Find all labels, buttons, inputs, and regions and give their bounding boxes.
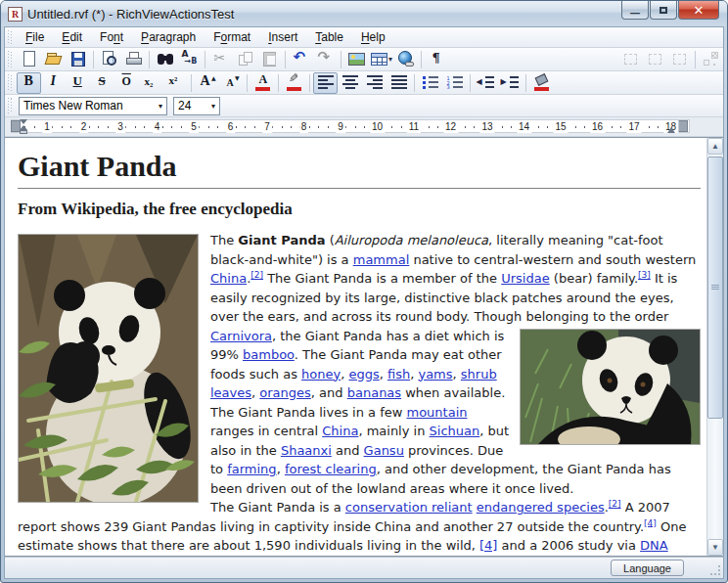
dropdown-arrow-icon[interactable]: ▾: [207, 102, 219, 111]
menu-font[interactable]: Font: [91, 28, 132, 46]
wiki-link[interactable]: Carnivora: [210, 329, 272, 343]
left-indent-marker[interactable]: [20, 130, 27, 134]
replace-button[interactable]: [177, 49, 202, 70]
wiki-link[interactable]: China: [210, 271, 247, 286]
wiki-link[interactable]: mammal: [353, 252, 410, 267]
title-bar[interactable]: R Untitled.rvf (*) - RichViewActionsTest…: [1, 1, 727, 26]
scroll-up-button[interactable]: ▲: [707, 138, 723, 155]
align-right-icon: [365, 73, 385, 92]
toolbar-grip[interactable]: [8, 74, 12, 90]
wiki-link[interactable]: oranges: [259, 385, 311, 400]
right-indent-marker[interactable]: [667, 123, 675, 133]
numbering-button[interactable]: [442, 72, 467, 94]
text-run: (: [326, 233, 335, 247]
align-center-button[interactable]: [338, 72, 362, 94]
menu-format[interactable]: Format: [205, 28, 259, 46]
overline-button[interactable]: [114, 72, 139, 94]
wiki-link[interactable]: fish: [387, 367, 410, 381]
wiki-link[interactable]: honey: [301, 367, 341, 381]
toolbar-grip[interactable]: [8, 98, 12, 112]
insert-picture-button[interactable]: [344, 49, 369, 70]
wiki-link[interactable]: bamboo: [243, 347, 295, 362]
minimize-button[interactable]: —: [621, 1, 649, 20]
open-button[interactable]: [41, 49, 66, 70]
strikethrough-button[interactable]: [90, 72, 114, 94]
menu-insert[interactable]: Insert: [259, 28, 306, 46]
dropdown-arrow-icon[interactable]: ▾: [155, 102, 166, 111]
wiki-link[interactable]: farming: [227, 462, 276, 476]
ref-link[interactable]: [4]: [644, 517, 657, 527]
resize-grip-icon[interactable]: [709, 564, 721, 576]
print-preview-button[interactable]: [97, 49, 121, 70]
align-left-button[interactable]: [313, 72, 338, 94]
toolbar-grip[interactable]: [8, 30, 12, 44]
insert-hyperlink-button[interactable]: [393, 49, 418, 70]
print-button[interactable]: [121, 49, 146, 70]
wiki-link[interactable]: Sichuan: [430, 424, 480, 438]
ruler-number: 4: [153, 120, 162, 133]
wiki-link[interactable]: DNA: [640, 538, 668, 553]
italic-button[interactable]: [41, 72, 66, 94]
underline-button[interactable]: [66, 72, 90, 94]
menu-table[interactable]: Table: [306, 28, 352, 46]
increase-indent-button[interactable]: [498, 72, 523, 94]
find-button[interactable]: [153, 49, 177, 70]
wiki-link[interactable]: eggs: [348, 367, 379, 381]
scroll-down-button[interactable]: ▼: [707, 539, 723, 556]
scrollbar-thumb[interactable]: [707, 157, 723, 419]
toolbar-grip[interactable]: [8, 51, 12, 67]
ref-link[interactable]: [3]: [638, 270, 651, 280]
ref-link[interactable]: [2]: [609, 499, 621, 509]
menu-file[interactable]: File: [17, 28, 53, 46]
grow-font-button[interactable]: [195, 72, 219, 94]
menu-edit[interactable]: Edit: [53, 28, 91, 46]
font-size-select[interactable]: 24 ▾: [173, 97, 220, 115]
formatting-marks-button[interactable]: [425, 49, 449, 70]
bullets-button[interactable]: [418, 72, 442, 94]
subscript-button[interactable]: [139, 72, 163, 94]
fill-color-button[interactable]: [529, 72, 554, 94]
bold-button[interactable]: [17, 72, 41, 94]
panda-photo-left[interactable]: [18, 234, 199, 503]
language-button[interactable]: Language: [611, 560, 684, 576]
wiki-link[interactable]: yams: [418, 367, 452, 381]
maximize-button[interactable]: [650, 1, 677, 20]
menu-paragraph[interactable]: Paragraph: [132, 28, 205, 46]
decrease-indent-button[interactable]: [474, 72, 498, 94]
close-button[interactable]: ✕: [678, 1, 719, 20]
align-justify-button[interactable]: [387, 72, 411, 94]
wiki-link[interactable]: endangered species: [477, 500, 605, 515]
toolbar-separator: [191, 74, 192, 92]
hanging-indent-marker[interactable]: [20, 121, 27, 130]
menu-help[interactable]: Help: [352, 28, 394, 46]
wiki-link[interactable]: China: [322, 424, 358, 438]
wiki-link[interactable]: bananas: [347, 385, 401, 400]
window-controls: — ✕: [620, 1, 719, 20]
wiki-link[interactable]: conservation reliant: [345, 500, 473, 515]
panda-photo-right[interactable]: [520, 329, 701, 445]
wiki-link[interactable]: forest clearing: [285, 462, 377, 476]
wiki-link[interactable]: Ursidae: [501, 271, 549, 286]
font-family-select[interactable]: Times New Roman ▾: [19, 97, 167, 115]
new-button[interactable]: [17, 49, 41, 70]
wiki-link[interactable]: mountain: [406, 405, 467, 420]
align-justify-icon: [389, 73, 409, 92]
wiki-link[interactable]: Shaanxi: [281, 443, 332, 458]
insert-table-button[interactable]: ▾: [369, 49, 393, 70]
toolbar-separator: [470, 74, 471, 92]
save-button[interactable]: [66, 49, 90, 70]
align-right-button[interactable]: [362, 72, 387, 94]
superscript-button[interactable]: [163, 72, 188, 94]
dropdown-arrow-icon[interactable]: ▾: [388, 55, 392, 64]
ruler[interactable]: 123456789101112131415161718: [5, 117, 723, 137]
undo-button[interactable]: [289, 49, 313, 70]
document[interactable]: Giant Panda From Wikipedia, the free enc…: [5, 138, 706, 556]
wiki-link[interactable]: Gansu: [364, 443, 404, 458]
wiki-link[interactable]: [4]: [479, 538, 497, 553]
ref-link[interactable]: [2]: [250, 270, 263, 280]
font-color-button[interactable]: [250, 72, 275, 94]
vertical-scrollbar[interactable]: ▲ ▼: [706, 138, 723, 556]
text-highlight-button[interactable]: [282, 72, 306, 94]
scrollbar-track[interactable]: [707, 155, 723, 539]
shrink-font-button[interactable]: [219, 72, 244, 94]
